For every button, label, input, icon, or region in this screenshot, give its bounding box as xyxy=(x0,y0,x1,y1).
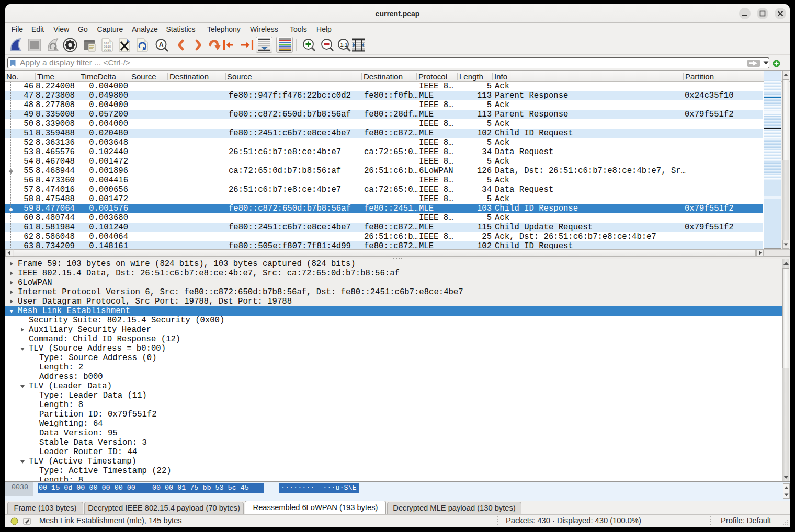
svg-text:0011: 0011 xyxy=(104,48,111,52)
svg-text:A: A xyxy=(159,41,164,49)
svg-text:1:1: 1:1 xyxy=(340,42,348,48)
